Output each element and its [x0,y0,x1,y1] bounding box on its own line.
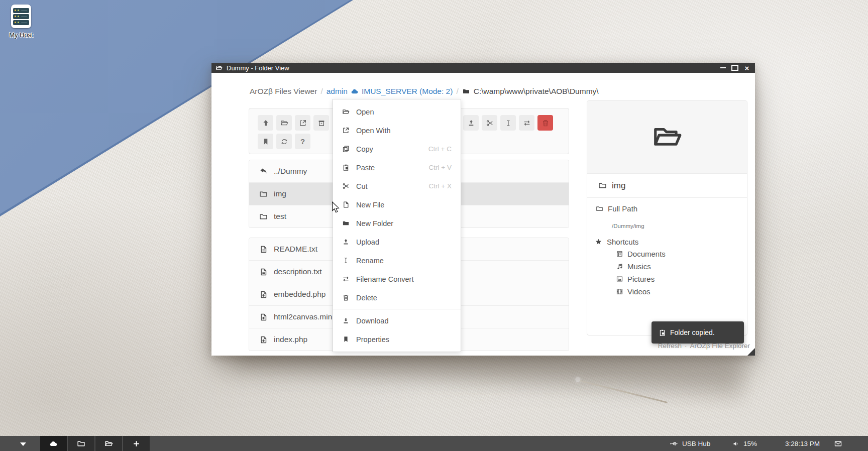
folder-icon [462,87,470,95]
taskbar-item-folder[interactable] [68,436,94,451]
refresh-button[interactable] [276,134,292,149]
window-titlebar[interactable]: Dummy - Folder View × [211,63,755,73]
rename-button[interactable] [500,115,516,131]
swap-arrows-icon [523,119,531,127]
new-folder-icon [342,219,350,227]
toast-notification: Folder copied. [652,321,744,344]
taskbar-item-cloud[interactable] [40,436,67,451]
menu-item-upload[interactable]: Upload [333,233,461,251]
new-file-icon [342,201,350,208]
cloud-icon [351,87,359,95]
breadcrumb-root[interactable]: ArOZβ Files Viewer [250,87,317,96]
film-icon [616,288,623,295]
archive-icon [317,119,325,127]
menu-item-open[interactable]: Open [333,102,461,121]
folder-open-icon [104,439,113,448]
refresh-icon [280,138,288,146]
full-path-value: /Dummy/img [612,223,644,229]
menu-item-copy[interactable]: Copy Ctrl + C [333,140,461,158]
tray-mail[interactable] [834,436,842,451]
file-text-icon [259,268,268,276]
copy-icon [342,145,350,153]
file-text-icon [259,245,268,254]
window-footer: Refresh · ArOZβ File Explorer [658,342,750,350]
breadcrumb: ArOZβ Files Viewer / admin IMUS_SERVER (… [250,85,599,98]
menu-item-open-with[interactable]: Open With [333,121,461,140]
folder-view-window: Dummy - Folder View × ArOZβ Files Viewer… [211,63,755,356]
window-title: Dummy - Folder View [227,64,289,72]
breadcrumb-path: C:\wamp\www\private\AOB\Dummy\ [462,87,599,96]
open-button[interactable] [276,115,292,131]
shortcut-documents[interactable]: Documents [616,250,666,258]
minimize-button[interactable] [719,64,727,72]
taskbar-item-add[interactable] [123,436,150,451]
breadcrumb-separator: / [320,87,322,96]
menu-item-paste[interactable]: Paste Ctrl + V [333,158,461,177]
cut-button[interactable] [482,115,497,131]
close-button[interactable]: × [743,64,751,72]
folder-icon [596,205,603,212]
star-icon [595,238,602,246]
preview-area [587,101,747,174]
open-with-button[interactable] [295,115,310,131]
document-icon [616,250,623,258]
tray-volume[interactable]: 15% [732,436,757,451]
scissors-icon [486,119,494,127]
trash-icon [541,119,550,127]
paste-icon [659,329,666,336]
menu-item-filename-convert[interactable]: Filename Convert [333,270,461,288]
menu-item-properties[interactable]: Properties [333,330,461,349]
paste-icon [342,164,350,171]
menu-item-rename[interactable]: Rename [333,251,461,270]
folder-icon [259,190,268,198]
swap-arrows-icon [342,275,350,283]
envelope-icon [834,439,842,448]
folder-open-icon [280,119,288,127]
cloud-icon [49,439,58,448]
breadcrumb-server-link[interactable]: admin IMUS_SERVER (Mode: 2) [327,87,453,96]
archive-button[interactable] [313,115,329,131]
shortcut-musics[interactable]: Musics [616,262,651,271]
footer-separator: · [685,342,687,350]
menu-item-delete[interactable]: Delete [333,288,461,307]
desktop-icon-label: My Host [7,31,36,39]
help-button[interactable]: ? [295,134,310,149]
refresh-link[interactable]: Refresh [658,342,682,350]
upload-icon [342,238,350,246]
app-link[interactable]: ArOZβ File Explorer [690,342,750,350]
back-arrow-icon [259,167,268,176]
chevron-down-icon[interactable] [20,442,26,446]
delete-button[interactable] [537,115,553,131]
selected-item-header: img [587,174,747,198]
menu-item-download[interactable]: Download [333,311,461,330]
shortcut-pictures[interactable]: Pictures [616,275,655,283]
resize-handle[interactable] [747,348,755,356]
usb-icon [670,439,678,448]
shortcut-videos[interactable]: Videos [616,287,650,296]
maximize-button[interactable] [731,64,739,72]
desktop-icon-my-host[interactable]: My Host [7,5,36,39]
download-icon [342,317,350,324]
menu-item-new-folder[interactable]: New Folder [333,214,461,233]
bookmark-icon [342,335,350,343]
taskbar-item-folder-view[interactable] [95,436,122,451]
context-menu: Open Open With Copy Ctrl + C Paste Ctrl … [333,99,461,352]
full-path-label: Full Path [596,204,637,213]
tray-usb[interactable]: USB Hub [670,436,710,451]
filename-convert-button[interactable] [519,115,534,131]
taskbar: USB Hub 15% 3:28:13 PM [0,436,868,451]
folder-open-icon [342,108,350,116]
upload-button[interactable] [463,115,479,131]
file-code-icon [259,313,268,321]
menu-item-new-file[interactable]: New File [333,195,461,214]
trash-icon [342,294,350,301]
picture-icon [616,275,623,283]
music-icon [616,263,623,270]
go-up-button[interactable] [258,115,273,131]
properties-button[interactable] [258,134,273,149]
desktop: My Host Dummy - Folder View × ArOZβ File… [0,0,868,451]
menu-item-cut[interactable]: Cut Ctrl + X [333,177,461,195]
external-link-icon [299,119,307,127]
external-link-icon [342,127,350,134]
bookmark-icon [262,138,270,146]
